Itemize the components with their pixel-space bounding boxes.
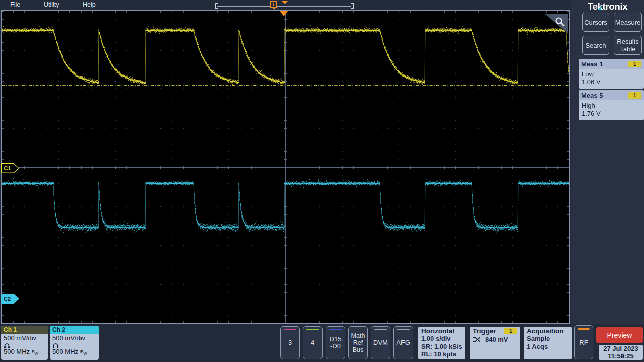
afg-label: AFG <box>396 339 410 346</box>
channel4-color-bar <box>306 329 319 330</box>
channel4-label: 4 <box>311 339 314 346</box>
ref-label: Ref <box>353 339 363 346</box>
meas1-source-badge: 1 <box>628 61 641 67</box>
dvm-button[interactable]: DVM <box>371 326 390 359</box>
digital-color-bar <box>329 329 342 330</box>
meas1-value: 1.06 V <box>582 78 641 86</box>
math-label: Math <box>351 332 365 339</box>
meas5-title: Meas 5 <box>581 92 603 99</box>
meas5-value: 1.76 V <box>582 110 641 118</box>
cursors-button[interactable]: Cursors <box>582 13 609 32</box>
horizontal-position-track[interactable] <box>217 6 351 7</box>
time-text: 11:59:25 <box>599 352 643 360</box>
expansion-point-icon[interactable] <box>282 1 288 4</box>
bus-label: Bus <box>353 346 364 353</box>
bw-symbol-sub: W <box>35 352 38 355</box>
trigger-level: 840 mV <box>485 336 508 344</box>
channel1-scale: 500 mV/div <box>4 334 48 342</box>
trigger-settings-badge[interactable]: Trigger 1 840 mV <box>470 327 520 359</box>
meas1-title: Meas 1 <box>581 60 603 68</box>
channel2-bandwidth: 500 MHz <box>52 348 78 355</box>
bw-symbol-sub: W <box>84 352 87 355</box>
measurement-badge-meas5[interactable]: Meas 5 1 High 1.76 V <box>579 90 644 120</box>
acquisition-settings-badge[interactable]: Acquisition Sample 1 Acqs <box>524 327 572 359</box>
channel3-button[interactable]: 3 <box>280 326 300 359</box>
waveform-display[interactable]: C1 C2 <box>1 10 570 324</box>
acquisition-window-bracket-left <box>215 3 218 9</box>
meas5-stat: High <box>582 102 641 110</box>
trigger-position-flag[interactable]: T <box>270 1 277 8</box>
waveform-canvas[interactable] <box>2 11 569 323</box>
horizontal-title: Horizontal <box>421 327 462 335</box>
channel1-badge[interactable]: Ch 1 500 mV/div 500 MHz BW <box>1 326 48 360</box>
tektronix-logo: Tektronix <box>571 1 644 12</box>
channel1-marker-label: C1 <box>2 164 19 173</box>
bottom-status-bar: Ch 1 500 mV/div 500 MHz BW Ch 2 500 mV/d… <box>0 324 644 362</box>
digital-channels-button[interactable]: D15 -D0 <box>326 326 345 359</box>
channel2-scale: 500 mV/div <box>52 334 99 342</box>
menu-utility[interactable]: Utility <box>44 1 59 8</box>
horizontal-record-length: RL: 10 kpts <box>421 350 462 358</box>
acquisition-count: 1 Acqs <box>527 343 569 351</box>
trigger-source-badge: 1 <box>504 328 517 334</box>
brand-pre: Te <box>588 1 598 12</box>
dvm-label: DVM <box>373 339 388 346</box>
probe-icon <box>4 342 48 348</box>
channel4-button[interactable]: 4 <box>303 326 323 359</box>
trigger-title: Trigger <box>473 327 496 335</box>
top-menu-bar: File Utility Help T <box>0 0 644 10</box>
horizontal-settings-badge[interactable]: Horizontal 1.00 s/div SR: 1.00 kS/s RL: … <box>418 327 465 359</box>
measure-button[interactable]: Measure <box>614 13 642 32</box>
datetime-badge: 27 Jul 2023 11:59:25 <box>599 345 643 360</box>
meas1-stat: Low <box>582 70 641 78</box>
date-text: 27 Jul 2023 <box>599 345 643 352</box>
menu-file[interactable]: File <box>10 1 20 8</box>
horizontal-sample-rate: SR: 1.00 kS/s <box>421 343 462 351</box>
oscilloscope-app: File Utility Help T C1 C2 Tektronix Curs… <box>0 0 644 362</box>
channel1-bandwidth: 500 MHz <box>4 348 30 355</box>
preview-button[interactable]: Preview <box>596 327 643 343</box>
math-ref-bus-button[interactable]: Math Ref Bus <box>348 326 368 359</box>
afg-button[interactable]: AFG <box>393 326 413 359</box>
trigger-position-icon[interactable] <box>280 11 288 16</box>
acquisition-mode: Sample <box>527 335 569 343</box>
brand-post: tronix <box>603 1 628 12</box>
rf-button[interactable]: RF <box>574 325 593 359</box>
probe-icon <box>52 342 99 348</box>
results-table-button[interactable]: Results Table <box>614 36 642 55</box>
search-button[interactable]: Search <box>582 36 609 55</box>
channel1-label: Ch 1 <box>1 326 48 334</box>
brand-k-accent: k <box>597 1 602 12</box>
menu-help[interactable]: Help <box>83 1 96 8</box>
digital-label-line1: D15 <box>330 336 342 343</box>
acquisition-title: Acquisition <box>527 327 569 335</box>
channel3-color-bar <box>284 329 296 330</box>
afg-color-bar <box>397 329 410 330</box>
either-edge-trigger-icon <box>473 336 481 343</box>
dvm-color-bar <box>374 329 387 330</box>
channel3-label: 3 <box>288 339 292 346</box>
digital-label-line2: -D0 <box>330 343 341 350</box>
rf-label: RF <box>579 339 588 346</box>
right-control-panel: Tektronix Cursors Measure Search Results… <box>571 0 644 324</box>
rf-color-bar <box>578 328 590 330</box>
horizontal-scale: 1.00 s/div <box>421 335 462 343</box>
meas5-source-badge: 1 <box>628 92 641 99</box>
measurement-badge-meas1[interactable]: Meas 1 1 Low 1.06 V <box>579 59 644 89</box>
channel2-label: Ch 2 <box>50 326 99 334</box>
acquisition-window-bracket-right <box>351 3 354 9</box>
channel2-badge[interactable]: Ch 2 500 mV/div 500 MHz BW <box>50 326 99 360</box>
